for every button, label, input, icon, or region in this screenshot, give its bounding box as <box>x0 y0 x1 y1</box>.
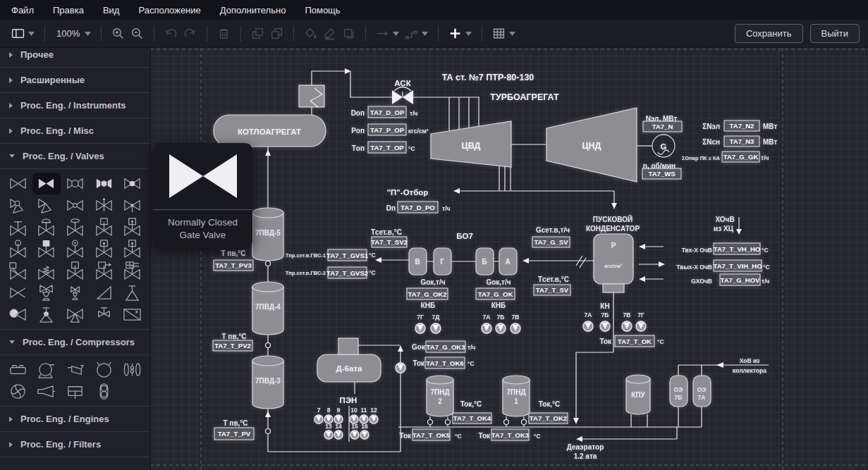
shape-reciprocating-compressor[interactable] <box>4 359 32 381</box>
palette-section-proc-eng-filters[interactable]: Proc. Eng. / Filters <box>0 432 150 457</box>
menu-item-расположение[interactable]: Расположение <box>138 5 200 16</box>
pump-icon[interactable] <box>396 363 405 373</box>
shape-needle-valve[interactable] <box>90 194 118 216</box>
palette-section-прочее[interactable]: Прочее <box>0 48 150 68</box>
diagram-label[interactable]: ПУСКОВОЙ <box>593 215 632 223</box>
diagram-label[interactable]: АСК <box>394 79 411 87</box>
diagram-label[interactable]: °С <box>467 360 475 367</box>
pump-icon[interactable] <box>431 323 441 333</box>
diagram-label[interactable]: GХОчВ <box>691 278 712 285</box>
diagram-label[interactable]: 7А <box>483 314 491 321</box>
table-button[interactable] <box>489 25 518 42</box>
menu-item-помощь[interactable]: Помощь <box>305 5 340 16</box>
diagram-label[interactable]: т/ч <box>442 205 451 212</box>
shape-hydraulic-valve[interactable] <box>90 238 118 260</box>
shape-angle-globe-valve[interactable] <box>4 194 32 216</box>
diagram-label[interactable]: Gок <box>412 343 426 351</box>
lp-heater-2-shape[interactable] <box>427 376 453 416</box>
diagram-label[interactable]: Ток,°С <box>539 400 561 408</box>
diagram-label[interactable]: 7Г <box>637 311 644 319</box>
to-back-button[interactable] <box>267 25 286 42</box>
diagram-label[interactable]: 7ПВД-4 <box>255 303 281 311</box>
menu-item-правка[interactable]: Правка <box>53 5 84 16</box>
shape-ejector[interactable] <box>32 381 61 402</box>
diagram-label[interactable]: 7А <box>585 311 592 319</box>
diagram-label[interactable]: КН <box>600 302 609 310</box>
diagram-label[interactable]: 7ПНД <box>430 388 449 396</box>
shape-pneumatic-valve[interactable] <box>118 238 147 260</box>
diagram-label[interactable]: кгс/см² <box>604 263 623 269</box>
diagram-label[interactable]: ΣNсн <box>702 138 720 146</box>
diagram-label[interactable]: 14 <box>335 423 342 430</box>
diagram-label[interactable]: Tсет.в,°С <box>538 276 569 283</box>
shape-float-operated-valve[interactable] <box>4 238 32 260</box>
palette-section-proc-eng-engines[interactable]: Proc. Eng. / Engines <box>0 407 150 432</box>
shape-rotary-compressor[interactable] <box>61 359 90 381</box>
ask-valve-icon[interactable] <box>403 90 413 104</box>
diagram-label[interactable]: 1.2 ата <box>574 452 597 460</box>
diagram-label[interactable]: °С <box>369 269 376 276</box>
diagram-label[interactable]: Gсет.в,т/ч <box>536 226 570 234</box>
diagram-label[interactable]: 7ПНД <box>506 388 525 396</box>
shape-two-stage-compressor[interactable] <box>90 381 118 402</box>
diagram-label[interactable]: КПУ <box>631 391 645 399</box>
diagram-label[interactable]: "П"-Отбор <box>387 188 429 197</box>
diagram-label[interactable]: т/ч <box>467 344 476 351</box>
shape-centrifugal-compressor[interactable] <box>32 359 61 381</box>
diagram-label[interactable]: Nэл, МВт <box>646 115 678 123</box>
undo-button[interactable] <box>161 25 181 42</box>
shape-turbo-compressor[interactable] <box>90 359 118 381</box>
shape-relief-valve[interactable] <box>32 282 61 304</box>
pump-icon[interactable] <box>334 431 343 439</box>
diagram-label[interactable]: ΣGпар ПК с КА <box>682 155 721 161</box>
diagram-label[interactable]: 7А <box>698 394 706 401</box>
shape-digital-valve[interactable] <box>118 260 147 282</box>
shape-normally-closed-gate-valve[interactable] <box>32 173 61 194</box>
diagram-label[interactable]: Твых-Х ОчВ <box>676 264 712 271</box>
shape-manual-gate-valve[interactable] <box>4 216 32 238</box>
diagram-label[interactable]: т/ч <box>410 110 418 117</box>
connection-button[interactable] <box>373 25 402 42</box>
diagram-label[interactable]: МВт <box>763 123 777 130</box>
diagram-label[interactable]: Т пв,°С <box>221 333 246 340</box>
redo-button[interactable] <box>181 25 200 42</box>
shape-relief-valve-small[interactable] <box>61 282 90 304</box>
menu-item-файл[interactable]: Файл <box>11 5 34 16</box>
pump-icon[interactable] <box>369 415 378 423</box>
shape-pilot-gate-valve[interactable] <box>61 238 90 260</box>
diagram-label[interactable]: °С <box>762 247 769 254</box>
zoom-level-button[interactable]: 100% <box>52 26 94 41</box>
shape-ball-valve[interactable] <box>118 173 147 194</box>
to-front-button[interactable] <box>248 25 267 42</box>
diagram-label[interactable]: °С <box>408 145 415 152</box>
palette-section-расширенные[interactable]: Расширенные <box>0 68 150 93</box>
zoom-out-button[interactable] <box>128 25 147 42</box>
menu-item-дополнительно[interactable]: Дополнительно <box>220 5 286 16</box>
shape-globe-valve[interactable] <box>61 173 90 194</box>
shape-diaphragm-valve[interactable] <box>32 216 61 238</box>
palette-section-proc-eng-compressors[interactable]: Proc. Eng. / Compressors <box>0 330 150 355</box>
diagram-label[interactable]: 12 <box>370 407 377 414</box>
superheater-shape[interactable] <box>299 85 324 107</box>
shape-balanced-gate-valve[interactable] <box>61 216 90 238</box>
diagram-label[interactable]: ХОчВ <box>715 216 734 223</box>
shape-roots-blower[interactable] <box>61 381 90 402</box>
shape-three-way-valve[interactable] <box>61 304 90 326</box>
line-color-button[interactable] <box>320 25 339 42</box>
diagram-label[interactable]: °С <box>534 433 541 440</box>
diagram-label[interactable]: 16 <box>361 423 368 430</box>
lp-heater-1-shape[interactable] <box>503 376 530 416</box>
pump-icon[interactable] <box>600 321 610 331</box>
palette-section-proc-eng-misc[interactable]: Proc. Eng. / Misc <box>0 118 150 144</box>
diagram-label[interactable]: 13 <box>325 423 332 430</box>
shape-solenoid-valve[interactable] <box>32 238 61 260</box>
diagram-label[interactable]: Деаэратор <box>567 443 604 451</box>
diagram-label[interactable]: Т пв,°С <box>223 419 247 427</box>
diagram-label[interactable]: Ток <box>599 338 612 345</box>
diagram-label[interactable]: 7ПВД-5 <box>255 229 281 237</box>
exit-button[interactable]: Выйти <box>810 24 860 43</box>
diagram-label[interactable]: 8 <box>327 407 331 414</box>
diagram-label[interactable]: коллектора <box>733 367 766 374</box>
diagram-label[interactable]: ХоВ из <box>740 357 760 364</box>
diagram-label[interactable]: 7 <box>317 407 321 414</box>
